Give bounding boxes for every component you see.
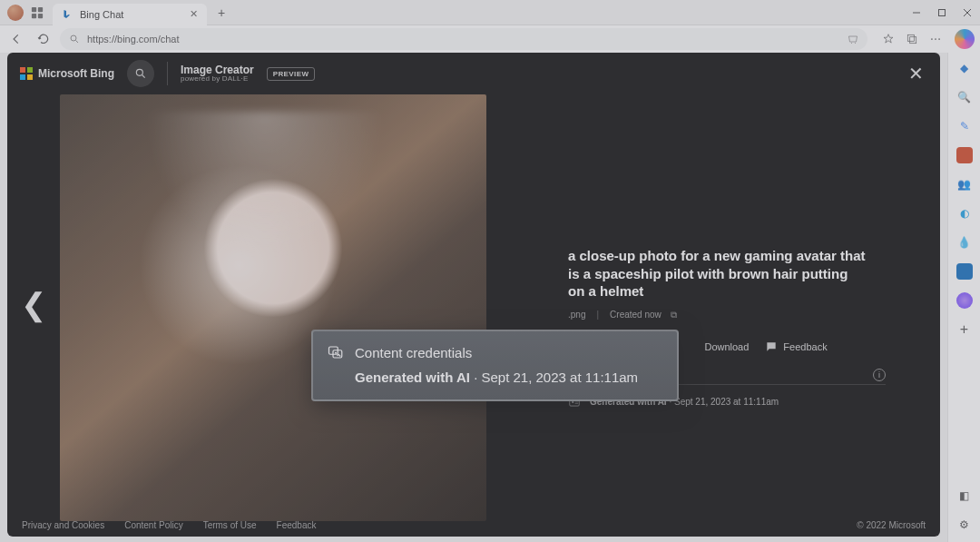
footer-copyright: © 2022 Microsoft — [857, 520, 926, 530]
sidebar-outlook-icon[interactable] — [956, 263, 973, 280]
new-tab-button[interactable]: + — [211, 2, 232, 24]
download-label: Download — [704, 341, 749, 352]
svg-line-9 — [76, 41, 79, 44]
window-maximize-button[interactable] — [929, 0, 955, 25]
image-details-panel: a close-up photo for a new gaming avatar… — [486, 94, 940, 513]
svg-rect-12 — [907, 34, 914, 41]
browser-tab[interactable]: Bing Chat ✕ — [53, 4, 207, 25]
profile-avatar[interactable] — [7, 5, 24, 21]
image-creator-label[interactable]: Image Creator powered by DALL·E — [181, 64, 254, 84]
svg-point-14 — [931, 38, 933, 40]
svg-rect-3 — [38, 13, 43, 17]
window-minimize-button[interactable] — [904, 0, 929, 25]
content-credentials-tooltip: Content credentials Generated with AI · … — [311, 330, 679, 401]
image-creator-subtitle: powered by DALL·E — [181, 75, 254, 83]
tab-title: Bing Chat — [80, 9, 123, 20]
download-button[interactable]: Download — [686, 340, 749, 353]
edge-sidebar: ◆ 🔍 ✎ 👥 ◐ 💧 + ◧ ⚙ — [947, 53, 980, 542]
svg-point-8 — [71, 35, 76, 41]
svg-point-10 — [851, 43, 852, 44]
url-text: https://bing.com/chat — [87, 34, 180, 44]
sidebar-games-icon[interactable]: 👥 — [956, 176, 973, 192]
url-field[interactable]: https://bing.com/chat — [60, 28, 867, 50]
close-viewer-button[interactable]: ✕ — [904, 62, 927, 85]
cred-timestamp: Sept 21, 2023 at 11:11am — [674, 397, 779, 407]
svg-point-11 — [855, 43, 856, 44]
credentials-icon — [328, 344, 344, 360]
address-bar: https://bing.com/chat — [0, 25, 980, 53]
svg-point-17 — [136, 69, 142, 75]
sidebar-drop-icon[interactable]: 💧 — [956, 234, 973, 251]
svg-point-16 — [938, 38, 940, 40]
sidebar-tools-icon[interactable]: ✎ — [956, 118, 973, 134]
svg-rect-13 — [910, 37, 916, 44]
favorite-icon[interactable] — [878, 29, 898, 49]
created-label: Created now — [610, 310, 662, 320]
svg-point-15 — [935, 38, 936, 40]
feedback-label: Feedback — [783, 341, 827, 352]
window-titlebar: Bing Chat ✕ + — [0, 0, 980, 25]
more-icon[interactable] — [926, 29, 946, 49]
svg-rect-5 — [939, 9, 946, 15]
microsoft-bing-logo[interactable]: Microsoft Bing — [20, 67, 114, 80]
sidebar-search-icon[interactable]: 🔍 — [956, 89, 973, 105]
credentials-tooltip-timestamp: Sept 21, 2023 at 11:11am — [481, 370, 638, 385]
refresh-button[interactable] — [33, 28, 54, 50]
search-icon — [69, 34, 80, 44]
tab-close-icon[interactable]: ✕ — [190, 8, 198, 20]
header-search-button[interactable] — [127, 60, 154, 87]
feedback-button[interactable]: Feedback — [765, 340, 827, 353]
sidebar-bing-icon[interactable]: ◆ — [956, 60, 973, 76]
sidebar-customize-icon[interactable]: ◧ — [956, 488, 973, 504]
brand-text: Microsoft Bing — [38, 67, 114, 80]
sidebar-shopping-icon[interactable] — [956, 147, 973, 163]
microsoft-icon — [20, 67, 33, 80]
window-close-button[interactable] — [955, 0, 980, 25]
previous-image-button[interactable]: ❮ — [7, 94, 60, 513]
info-icon[interactable]: i — [873, 369, 886, 381]
credentials-tooltip-title: Content credentials — [355, 345, 472, 360]
copilot-button[interactable] — [955, 29, 975, 49]
footer-terms-link[interactable]: Terms of Use — [203, 520, 257, 530]
svg-point-23 — [335, 352, 337, 354]
workspaces-icon[interactable] — [31, 6, 44, 19]
prompt-text: a close-up photo for a new gaming avatar… — [568, 247, 867, 301]
footer-content-policy-link[interactable]: Content Policy — [124, 520, 182, 530]
footer-privacy-link[interactable]: Privacy and Cookies — [22, 520, 104, 530]
svg-line-18 — [142, 75, 145, 78]
footer-feedback-link[interactable]: Feedback — [277, 520, 317, 530]
generated-image[interactable] — [60, 94, 486, 521]
file-extension: .png — [568, 310, 585, 320]
svg-rect-1 — [38, 6, 43, 11]
content-footer: Privacy and Cookies Content Policy Terms… — [7, 513, 940, 537]
svg-rect-0 — [32, 6, 36, 11]
image-meta-row: .png Created now ⧉ — [568, 310, 904, 320]
credentials-tooltip-generated: Generated with AI — [355, 370, 470, 385]
preview-badge: PREVIEW — [267, 67, 316, 81]
header-separator — [167, 62, 168, 85]
sidebar-news-icon[interactable]: ◐ — [956, 205, 973, 222]
sidebar-add-button[interactable]: + — [956, 321, 973, 338]
open-external-icon[interactable]: ⧉ — [671, 310, 677, 320]
sidebar-messenger-icon[interactable] — [956, 292, 973, 309]
bing-favicon-icon — [62, 9, 73, 20]
content-header: Microsoft Bing Image Creator powered by … — [7, 53, 940, 94]
collections-icon[interactable] — [902, 29, 922, 49]
image-creator-viewer: Microsoft Bing Image Creator powered by … — [7, 53, 940, 537]
sidebar-settings-icon[interactable]: ⚙ — [956, 517, 973, 533]
svg-rect-2 — [32, 13, 36, 17]
shopping-icon[interactable] — [848, 34, 858, 44]
back-button[interactable] — [5, 28, 27, 50]
